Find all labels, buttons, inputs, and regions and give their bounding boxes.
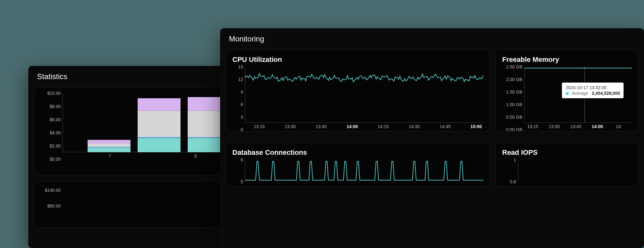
monitoring-panel: Monitoring CPU Utilization 15 12 9 6 3 0	[220, 28, 644, 248]
iops-plot	[518, 160, 632, 182]
svg-rect-4	[88, 143, 130, 147]
svg-rect-5	[88, 140, 130, 143]
svg-rect-2	[88, 148, 130, 152]
freeable-memory-card: Freeable Memory 2.50 GB 2.00 GB 1.50 GB …	[496, 50, 638, 131]
svg-rect-6	[138, 138, 180, 152]
read-iops-card: Read IOPS 1 0.8	[496, 143, 638, 186]
mem-title: Freeable Memory	[502, 56, 632, 64]
cpu-utilization-card: CPU Utilization 15 12 9 6 3 0	[226, 50, 490, 131]
iops-y-axis: 1 0.8	[502, 160, 518, 182]
db-y-axis: 6 5	[232, 160, 245, 182]
iops-title: Read IOPS	[502, 148, 632, 157]
svg-rect-3	[88, 147, 130, 148]
svg-rect-7	[138, 137, 180, 138]
cpu-plot	[245, 67, 483, 123]
database-connections-card: Database Connections 6 5	[226, 143, 490, 186]
cpu-x-axis: 13:15 13:30 13:45 14:00 14:15 14:30 14:4…	[245, 123, 483, 130]
cpu-title: CPU Utilization	[232, 56, 483, 64]
tooltip-timestamp: 2024-10-17 13:32:00	[566, 85, 620, 90]
cpu-y-axis: 15 12 9 6 3 0	[232, 67, 245, 130]
monitoring-title: Monitoring	[220, 28, 644, 50]
svg-rect-9	[138, 98, 180, 111]
svg-rect-8	[138, 111, 180, 137]
mem-x-axis: 13:15 13:30 13:45 14:00 14:	[524, 123, 632, 130]
stat1-y-axis: $10.00 $8.00 $6.00 $4.00 $2.00 $0.00	[41, 93, 63, 159]
tooltip-dot-icon	[566, 92, 569, 95]
mem-y-axis: 2.50 GB 2.00 GB 1.50 GB 1.00 GB 0.50 GB …	[502, 67, 524, 130]
db-plot	[245, 160, 483, 182]
stat2-y-axis: $100.00 $80.00	[41, 187, 63, 221]
tooltip-value: 2,454,528,000	[592, 91, 620, 96]
db-title: Database Connections	[232, 148, 483, 157]
tooltip-series-label: Average	[572, 91, 588, 96]
mem-tooltip: 2024-10-17 13:32:00 Average 2,454,528,00…	[562, 83, 624, 98]
